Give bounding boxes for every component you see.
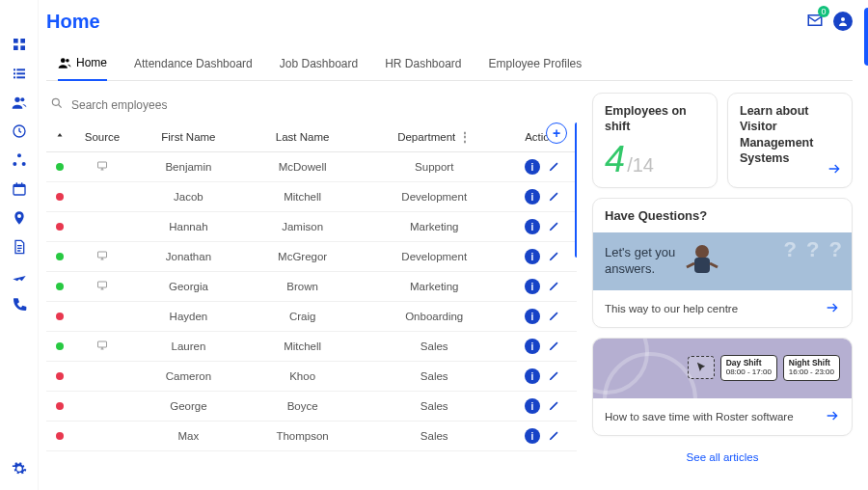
cell-last-name: McGregor bbox=[246, 242, 360, 272]
info-button[interactable]: i bbox=[525, 368, 540, 384]
table-row[interactable]: BenjaminMcDowellSupporti bbox=[46, 152, 577, 182]
table-row[interactable]: MaxThompsonSalesi bbox=[46, 422, 577, 451]
col-actions: Actions bbox=[509, 122, 577, 152]
card-employees-on-shift[interactable]: Employees on shift 4 /14 bbox=[592, 93, 718, 188]
edit-button[interactable] bbox=[548, 398, 561, 414]
cell-first-name: Hayden bbox=[131, 302, 246, 332]
table-row[interactable]: CameronKhooSalesi bbox=[46, 362, 577, 392]
table-row[interactable]: LaurenMitchellSalesi bbox=[46, 332, 577, 362]
cell-last-name: Thompson bbox=[246, 422, 360, 451]
col-first-name[interactable]: First Name bbox=[131, 122, 246, 152]
cell-last-name: Brown bbox=[246, 272, 360, 302]
cell-last-name: Craig bbox=[246, 302, 360, 332]
notifications-button[interactable]: 0 bbox=[806, 12, 824, 32]
users-icon bbox=[58, 56, 71, 69]
table-row[interactable]: GeorgeBoyceSalesi bbox=[46, 392, 577, 422]
arrow-icon[interactable] bbox=[825, 408, 840, 425]
search-bar bbox=[46, 93, 577, 122]
table-row[interactable]: JacobMitchellDevelopmenti bbox=[46, 182, 577, 212]
edit-button[interactable] bbox=[548, 219, 561, 234]
table-scrollbar[interactable] bbox=[575, 122, 577, 258]
nav-location-icon[interactable] bbox=[8, 206, 31, 230]
sort-icon[interactable] bbox=[55, 131, 65, 143]
arrow-icon[interactable] bbox=[825, 300, 840, 317]
info-button[interactable]: i bbox=[525, 428, 540, 444]
info-button[interactable]: i bbox=[525, 159, 540, 175]
arrow-icon[interactable] bbox=[827, 161, 842, 179]
cell-department: Onboarding bbox=[359, 302, 509, 332]
status-dot bbox=[56, 313, 64, 320]
edit-button[interactable] bbox=[548, 159, 561, 175]
profile-avatar[interactable] bbox=[833, 12, 853, 31]
nav-document-icon[interactable] bbox=[8, 235, 31, 259]
status-dot bbox=[56, 253, 64, 260]
table-row[interactable]: GeorgiaBrownMarketingi bbox=[46, 272, 577, 302]
roster-banner[interactable]: Day Shift 08:00 - 17:00 Night Shift 16:0… bbox=[593, 339, 852, 398]
help-centre-link[interactable]: This way to our help centre bbox=[605, 303, 738, 314]
edit-button[interactable] bbox=[548, 428, 561, 444]
nav-clock-icon[interactable] bbox=[8, 120, 31, 143]
table-row[interactable]: HaydenCraigOnboardingi bbox=[46, 302, 577, 332]
shift-total: /14 bbox=[627, 154, 654, 177]
cell-department: Sales bbox=[359, 422, 509, 451]
info-button[interactable]: i bbox=[525, 189, 540, 204]
cell-first-name: Hannah bbox=[131, 212, 246, 242]
info-button[interactable]: i bbox=[525, 279, 540, 294]
status-dot bbox=[56, 283, 64, 290]
info-button[interactable]: i bbox=[525, 249, 540, 264]
edit-button[interactable] bbox=[548, 309, 561, 324]
roster-link[interactable]: How to save time with Roster software bbox=[605, 411, 794, 422]
tab-job[interactable]: Job Dashboard bbox=[280, 48, 358, 80]
info-button[interactable]: i bbox=[525, 398, 540, 414]
edit-button[interactable] bbox=[548, 249, 561, 264]
cell-department: Marketing bbox=[359, 212, 509, 242]
edit-button[interactable] bbox=[548, 368, 561, 384]
edit-button[interactable] bbox=[548, 279, 561, 294]
col-last-name[interactable]: Last Name bbox=[246, 122, 360, 152]
edit-button[interactable] bbox=[548, 339, 561, 354]
tab-attendance[interactable]: Attendance Dashboard bbox=[134, 48, 253, 80]
search-icon bbox=[50, 96, 64, 113]
card-visitor-mgmt[interactable]: Learn about Visitor Management Systems bbox=[727, 93, 853, 188]
tab-hr[interactable]: HR Dashboard bbox=[385, 48, 461, 80]
table-row[interactable]: HannahJamisonMarketingi bbox=[46, 212, 577, 242]
column-menu-icon[interactable]: ⋮ bbox=[459, 131, 471, 143]
nav-leave-icon[interactable] bbox=[8, 264, 31, 287]
nav-structure-icon[interactable] bbox=[8, 149, 31, 172]
nav-phone-icon[interactable] bbox=[8, 293, 31, 316]
questions-banner[interactable]: Let's get you answers. ? ? ? bbox=[593, 232, 852, 290]
edit-button[interactable] bbox=[548, 189, 561, 204]
info-button[interactable]: i bbox=[525, 309, 540, 324]
status-dot bbox=[56, 402, 64, 410]
status-dot bbox=[56, 342, 64, 350]
info-button[interactable]: i bbox=[525, 339, 540, 354]
cell-first-name: Jacob bbox=[131, 182, 246, 212]
tab-home[interactable]: Home bbox=[58, 48, 107, 81]
cell-last-name: McDowell bbox=[246, 152, 360, 182]
status-dot bbox=[56, 372, 64, 380]
col-source[interactable]: Source bbox=[73, 122, 131, 152]
tab-profiles[interactable]: Employee Profiles bbox=[489, 48, 583, 80]
nav-calendar-icon[interactable] bbox=[8, 177, 31, 201]
shift-chip-day: Day Shift 08:00 - 17:00 bbox=[720, 355, 777, 380]
search-input[interactable] bbox=[69, 97, 577, 113]
nav-dashboard-icon[interactable] bbox=[8, 33, 31, 56]
nav-list-icon[interactable] bbox=[8, 62, 31, 85]
cell-first-name: Georgia bbox=[131, 272, 246, 302]
cell-last-name: Khoo bbox=[246, 362, 360, 392]
cell-last-name: Boyce bbox=[246, 392, 360, 422]
add-employee-button[interactable]: + bbox=[546, 122, 567, 144]
nav-people-icon[interactable] bbox=[8, 91, 31, 114]
cell-department: Sales bbox=[359, 392, 509, 422]
col-department[interactable]: Department⋮ bbox=[359, 122, 509, 152]
see-all-link[interactable]: See all articles bbox=[592, 446, 853, 469]
nav-settings-icon[interactable] bbox=[8, 457, 31, 480]
cell-first-name: Lauren bbox=[131, 332, 246, 362]
info-button[interactable]: i bbox=[525, 219, 540, 234]
card-roster: Day Shift 08:00 - 17:00 Night Shift 16:0… bbox=[592, 338, 853, 436]
shift-chip-night: Night Shift 16:00 - 23:00 bbox=[783, 355, 840, 380]
cell-department: Support bbox=[359, 152, 509, 182]
status-dot bbox=[56, 163, 64, 171]
table-row[interactable]: JonathanMcGregorDevelopmenti bbox=[46, 242, 577, 272]
cell-department: Sales bbox=[359, 332, 509, 362]
